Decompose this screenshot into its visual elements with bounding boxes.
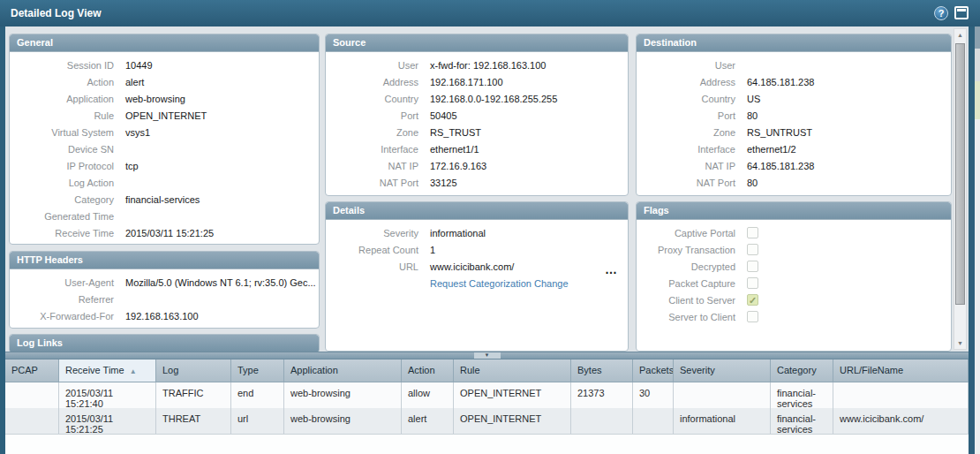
column-header-bytes[interactable]: Bytes [571,359,633,382]
field-action: Actionalert [10,73,319,90]
sort-ascending-icon: ▲ [130,367,137,375]
field-receive-time: Receive Time2015/03/11 15:21:25 [10,224,319,241]
scrollbar-thumb[interactable] [955,43,965,305]
help-icon[interactable]: ? [934,6,948,20]
dialog-titlebar: Detailed Log View ? [0,0,980,26]
table-row[interactable]: 2015/03/11 15:21:25 THREAT url web-brows… [5,408,969,435]
column-header-rule[interactable]: Rule [454,359,571,382]
field-source-nat-port: NAT Port33125 [326,174,628,191]
flag-proxy-transaction: Proxy Transaction✓ [637,241,951,258]
splitter-collapse-icon[interactable]: ▼ [474,352,501,359]
decrypted-checkbox[interactable]: ✓ [747,261,758,272]
column-header-receive-time[interactable]: Receive Time▲ [59,359,156,382]
packet-capture-checkbox[interactable]: ✓ [747,277,758,289]
captive-portal-checkbox[interactable]: ✓ [747,227,758,238]
details-panel: Details Severityinformational Repeat Cou… [325,201,629,352]
field-device-sn: Device SN [10,140,319,157]
field-dest-nat-port: NAT Port80 [637,174,951,191]
detailed-log-view-dialog: Detailed Log View ? General Session ID10… [0,0,980,454]
panel-table-splitter[interactable]: ▼ [5,352,969,359]
column-header-pcap[interactable]: PCAP [5,359,59,382]
http-headers-panel-header: HTTP Headers [10,252,319,269]
column-header-url-filename[interactable]: URL/FileName [833,359,969,382]
table-row[interactable]: 2015/03/11 15:21:40 TRAFFIC end web-brow… [5,382,969,408]
flag-client-to-server: Client to Server✓ [637,291,951,308]
scroll-down-icon: ▼ [957,340,963,346]
column-header-type[interactable]: Type [231,359,284,382]
field-severity: Severityinformational [326,224,628,241]
help-icon-glyph: ? [939,8,945,19]
field-dest-user: User [637,57,951,73]
dialog-right-border [969,26,975,454]
general-panel-header: General [10,34,319,52]
field-dest-interface: Interfaceethernet1/2 [637,140,951,157]
http-headers-panel: HTTP Headers User-AgentMozilla/5.0 (Wind… [9,251,320,329]
destination-panel: Destination User Address64.185.181.238 C… [636,34,952,196]
general-panel: General Session ID10449 Actionalert Appl… [9,34,320,245]
request-categorization-change-link[interactable]: Request Categorization Change [430,278,569,289]
field-source-nat-ip: NAT IP172.16.9.163 [326,157,628,174]
request-categorization-change-row: Request Categorization Change [326,275,628,291]
log-links-panel: Log Links [9,334,320,352]
flag-server-to-client: Server to Client✓ [637,308,951,325]
more-options-button[interactable]: … [605,266,619,273]
field-dest-zone: ZoneRS_UNTRUST [637,124,951,140]
field-ip-protocol: IP Protocoltcp [10,157,319,174]
flag-decrypted: Decrypted✓ [637,258,951,275]
background-page-edge [975,26,980,454]
field-generated-time: Generated Time [10,208,319,224]
vertical-scrollbar[interactable]: ▲ ▼ [954,28,967,350]
column-header-severity[interactable]: Severity [674,359,771,382]
source-panel: Source Userx-fwd-for: 192.168.163.100 Ad… [325,34,629,196]
column-header-category[interactable]: Category [771,359,833,382]
client-to-server-checkbox[interactable]: ✓ [747,294,758,306]
check-icon: ✓ [748,295,758,306]
proxy-transaction-checkbox[interactable]: ✓ [747,244,758,255]
field-repeat-count: Repeat Count1 [326,241,628,258]
field-url: URLwww.icicibank.com/ [326,258,628,275]
flags-panel-header: Flags [637,202,951,220]
field-rule: RuleOPEN_INTERNET [10,107,319,124]
field-user-agent: User-AgentMozilla/5.0 (Windows NT 6.1; r… [10,274,319,291]
window-icon[interactable] [954,6,969,19]
dialog-title: Detailed Log View [11,0,101,26]
field-source-country: Country192.168.0.0-192.168.255.255 [326,90,628,107]
flags-panel: Flags Captive Portal✓ Proxy Transaction✓… [636,201,952,352]
server-to-client-checkbox[interactable]: ✓ [747,311,758,322]
flag-captive-portal: Captive Portal✓ [637,224,951,241]
source-panel-header: Source [326,34,628,52]
details-panel-header: Details [326,202,628,220]
column-header-packets[interactable]: Packets [633,359,674,382]
column-header-log[interactable]: Log [156,359,231,382]
scroll-down-button[interactable]: ▼ [954,337,966,349]
column-header-action[interactable]: Action [402,359,454,382]
log-links-table: PCAP Receive Time▲ Log Type Application … [5,359,969,454]
window-icon-glyph [957,9,966,11]
field-x-forwarded-for: X-Forwarded-For192.168.163.100 [10,307,319,324]
field-source-user: Userx-fwd-for: 192.168.163.100 [326,57,628,73]
table-header-row: PCAP Receive Time▲ Log Type Application … [5,359,969,382]
field-dest-address: Address64.185.181.238 [637,73,951,90]
field-virtual-system: Virtual Systemvsys1 [10,124,319,140]
field-session-id: Session ID10449 [10,57,319,73]
log-links-panel-header: Log Links [10,335,319,352]
scroll-up-icon: ▲ [957,32,963,38]
destination-panel-header: Destination [637,34,951,52]
scroll-up-button[interactable]: ▲ [954,29,966,41]
log-detail-panels: General Session ID10449 Actionalert Appl… [5,26,955,352]
field-source-address: Address192.168.171.100 [326,73,628,90]
field-dest-nat-ip: NAT IP64.185.181.238 [637,157,951,174]
field-log-action: Log Action [10,174,319,191]
field-source-zone: ZoneRS_TRUST [326,124,628,140]
field-application: Applicationweb-browsing [10,90,319,107]
field-dest-country: CountryUS [637,90,951,107]
field-dest-port: Port80 [637,107,951,124]
flag-packet-capture: Packet Capture✓ [637,275,951,291]
field-referrer: Referrer [10,291,319,307]
column-header-application[interactable]: Application [284,359,402,382]
field-source-port: Port50405 [326,107,628,124]
field-source-interface: Interfaceethernet1/1 [326,140,628,157]
field-category: Categoryfinancial-services [10,191,319,208]
